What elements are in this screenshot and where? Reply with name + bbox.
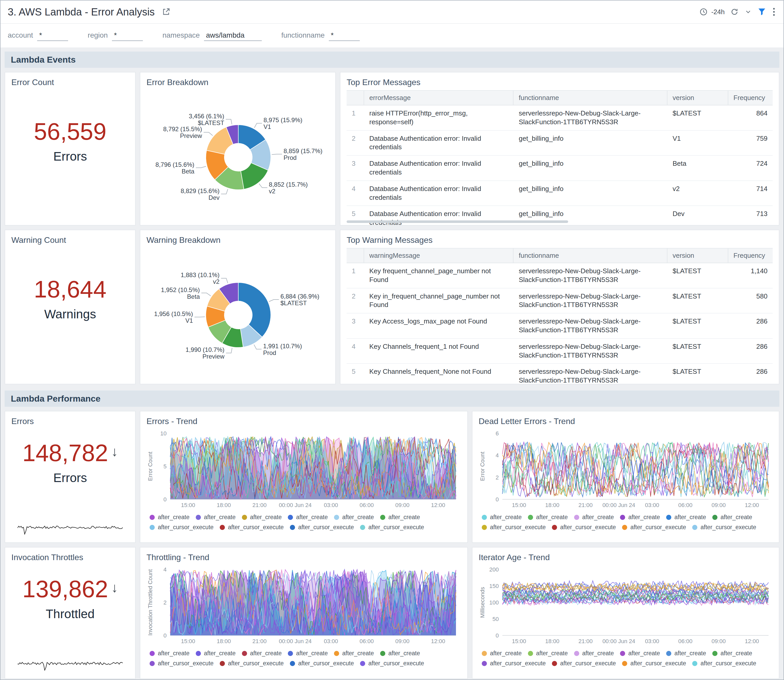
filter-bar: account region namespace functionname bbox=[0, 24, 784, 47]
legend-item[interactable]: after_cursor_execute bbox=[360, 524, 424, 531]
column-header[interactable]: Frequency bbox=[728, 91, 773, 105]
kebab-menu-icon[interactable] bbox=[771, 6, 776, 17]
label-leader-line bbox=[196, 166, 206, 168]
errors-total-value: 148,782 bbox=[22, 441, 108, 466]
legend-item[interactable]: after_cursor_execute bbox=[482, 524, 546, 531]
legend-item[interactable]: after_cursor_execute bbox=[482, 660, 546, 667]
legend-item[interactable]: after_create bbox=[666, 514, 706, 521]
legend-dot-icon bbox=[242, 515, 247, 520]
scrollbar-thumb[interactable] bbox=[347, 220, 568, 223]
funnel-icon[interactable] bbox=[757, 7, 767, 17]
legend-item[interactable]: after_create bbox=[528, 514, 568, 521]
column-header[interactable]: errorMessage bbox=[364, 91, 513, 105]
legend-item[interactable]: after_cursor_execute bbox=[360, 660, 424, 667]
legend-item[interactable]: after_cursor_execute bbox=[622, 660, 686, 667]
legend-dot-icon bbox=[620, 515, 625, 520]
legend-item[interactable]: after_create bbox=[334, 514, 374, 521]
table-row[interactable]: 2Key in_frequent_channel_page_number not… bbox=[347, 288, 773, 314]
x-axis-tick-label: 06:00 bbox=[360, 638, 374, 644]
panel-title: Dead Letter Errors - Trend bbox=[479, 417, 773, 426]
legend-item[interactable]: after_cursor_execute bbox=[220, 524, 284, 531]
filter-account-input[interactable] bbox=[37, 30, 68, 41]
legend-item[interactable]: after_create bbox=[574, 514, 614, 521]
events-row-1: Error Count 56,559 Errors Error Breakdow… bbox=[5, 72, 779, 225]
legend-dot-icon bbox=[482, 661, 487, 666]
legend-item[interactable]: after_create bbox=[242, 650, 282, 657]
legend-item[interactable]: after_cursor_execute bbox=[622, 524, 686, 531]
invocation-throttles-label: Throttled bbox=[11, 607, 129, 621]
legend-item[interactable]: after_create bbox=[196, 514, 236, 521]
horizontal-scrollbar[interactable] bbox=[347, 220, 773, 224]
donut-slice-label: 8,829 (15.6%)Dev bbox=[180, 187, 219, 201]
legend-item[interactable]: after_create bbox=[288, 514, 328, 521]
column-header[interactable]: warningMessage bbox=[364, 249, 513, 263]
label-leader-line bbox=[203, 132, 213, 135]
filter-namespace-input[interactable] bbox=[204, 30, 262, 41]
filter-region-input[interactable] bbox=[112, 30, 143, 41]
table-row[interactable]: 4Database Authentication error: Invalid … bbox=[347, 181, 773, 206]
table-row[interactable]: 1raise HTTPError(http_error_msg, respons… bbox=[347, 105, 773, 131]
legend-dot-icon bbox=[712, 651, 718, 656]
legend-item[interactable]: after_create bbox=[196, 650, 236, 657]
legend-item[interactable]: after_cursor_execute bbox=[692, 524, 756, 531]
y-axis-tick-label: 0 bbox=[496, 632, 499, 639]
legend-item[interactable]: after_create bbox=[150, 650, 189, 657]
legend-item[interactable]: after_create bbox=[620, 650, 660, 657]
column-header[interactable]: version bbox=[667, 91, 728, 105]
table-row[interactable]: 5Key Channels_frequent_None not Foundser… bbox=[347, 364, 773, 384]
table-cell: Database Authentication error: Invalid c… bbox=[364, 156, 513, 181]
legend-item[interactable]: after_create bbox=[712, 650, 752, 657]
x-axis-tick-label: 00:00 Jun 24 bbox=[279, 638, 312, 644]
legend-item[interactable]: after_create bbox=[712, 514, 752, 521]
panel-iterator-age-trend: Iterator Age - Trend 050100150200Millise… bbox=[472, 547, 779, 679]
legend-item[interactable]: after_cursor_execute bbox=[290, 660, 354, 667]
column-header[interactable]: Frequency bbox=[728, 249, 773, 263]
legend-dot-icon bbox=[196, 651, 201, 656]
column-header[interactable] bbox=[347, 249, 364, 263]
donut-slice-label: 8,792 (15.5%)Preview bbox=[163, 126, 202, 139]
legend-item[interactable]: after_create bbox=[242, 514, 282, 521]
legend-item[interactable]: after_cursor_execute bbox=[150, 660, 213, 667]
legend-item[interactable]: after_create bbox=[380, 650, 420, 657]
time-range-label[interactable]: -24h bbox=[711, 8, 725, 16]
filter-functionname-input[interactable] bbox=[329, 30, 360, 41]
legend-label: after_cursor_execute bbox=[560, 660, 616, 667]
legend-item[interactable]: after_cursor_execute bbox=[552, 660, 616, 667]
table-row[interactable]: 4Key Channels_frequent_1 not Foundserver… bbox=[347, 339, 773, 364]
legend-item[interactable]: after_create bbox=[334, 650, 374, 657]
legend-item[interactable]: after_create bbox=[574, 650, 614, 657]
legend-item[interactable]: after_cursor_execute bbox=[290, 524, 354, 531]
legend-item[interactable]: after_create bbox=[380, 514, 420, 521]
table-cell: 5 bbox=[347, 364, 364, 384]
legend-label: after_create bbox=[204, 650, 236, 657]
y-axis-tick-label: 0 bbox=[164, 496, 167, 503]
table-row[interactable]: 3Key Access_logs_max_page not Foundserve… bbox=[347, 313, 773, 339]
legend-item[interactable]: after_create bbox=[528, 650, 568, 657]
legend-item[interactable]: after_cursor_execute bbox=[220, 660, 284, 667]
column-header[interactable] bbox=[347, 91, 364, 105]
legend-item[interactable]: after_create bbox=[150, 514, 189, 521]
column-header[interactable]: version bbox=[667, 249, 728, 263]
column-header[interactable]: functionname bbox=[513, 91, 667, 105]
legend-item[interactable]: after_create bbox=[666, 650, 706, 657]
page-title: 3. AWS Lambda - Error Analysis bbox=[8, 6, 155, 18]
open-in-new-icon[interactable] bbox=[161, 7, 171, 17]
legend-item[interactable]: after_create bbox=[482, 650, 522, 657]
legend-item[interactable]: after_create bbox=[288, 650, 328, 657]
legend-item[interactable]: after_cursor_execute bbox=[552, 524, 616, 531]
legend-item[interactable]: after_cursor_execute bbox=[150, 524, 213, 531]
column-header[interactable]: functionname bbox=[513, 249, 667, 263]
chevron-down-icon[interactable] bbox=[744, 9, 752, 15]
panel-throttling-trend: Throttling - Trend 024Invocation Throttl… bbox=[140, 547, 468, 679]
clock-icon[interactable] bbox=[698, 7, 709, 17]
refresh-icon[interactable] bbox=[729, 7, 740, 17]
table-row[interactable]: 3Database Authentication error: Invalid … bbox=[347, 156, 773, 181]
legend-label: after_cursor_execute bbox=[490, 524, 546, 531]
table-row[interactable]: 1Key frequent_channel_page_number not Fo… bbox=[347, 263, 773, 288]
legend-dot-icon bbox=[620, 651, 625, 656]
top-warning-messages-table: warningMessagefunctionnameversionFrequen… bbox=[347, 248, 773, 384]
legend-item[interactable]: after_cursor_execute bbox=[692, 660, 756, 667]
table-row[interactable]: 2Database Authentication error: Invalid … bbox=[347, 131, 773, 156]
legend-item[interactable]: after_create bbox=[482, 514, 522, 521]
legend-item[interactable]: after_create bbox=[620, 514, 660, 521]
